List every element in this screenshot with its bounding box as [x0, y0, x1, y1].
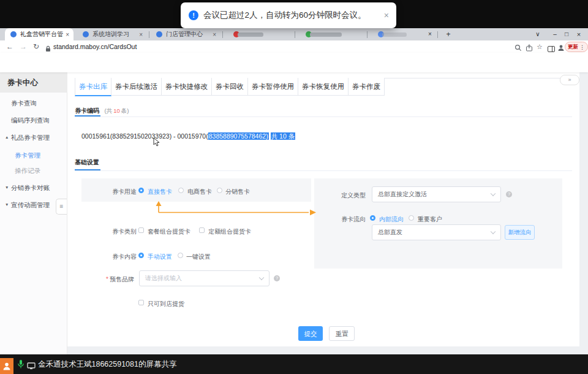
- radio-internal-flow[interactable]: [370, 215, 375, 221]
- tab-followup-activate[interactable]: 券卡后续激活: [111, 78, 162, 96]
- site-favicon: [83, 31, 89, 37]
- option-manual-set[interactable]: 手动设置: [148, 253, 172, 261]
- browser-tab-title: 礼盒营销平台管理中心: [20, 30, 63, 39]
- option-store-pickup-only[interactable]: 只可到店提货: [148, 300, 184, 308]
- define-type-select[interactable]: 总部直接定义激活: [372, 186, 501, 202]
- brand-select[interactable]: 请选择或输入: [139, 270, 270, 286]
- tab-close-icon[interactable]: ×: [139, 31, 143, 38]
- checkbox-combo-card[interactable]: [138, 227, 144, 233]
- option-onekey-set[interactable]: 一键设置: [186, 253, 211, 261]
- sidebar-item-card-query[interactable]: 券卡查询: [11, 99, 37, 108]
- sidebar-item-operation-log[interactable]: 操作记录: [15, 167, 40, 175]
- reload-icon[interactable]: ↻: [33, 40, 39, 53]
- meeting-notification: ! 会议已超过2人，自动转为60分钟限时会议。 ×: [181, 2, 396, 28]
- tab-restore[interactable]: 券卡恢复使用: [298, 78, 349, 96]
- brand-help-icon[interactable]: ?: [274, 275, 280, 281]
- brand-placeholder: 请选择或输入: [145, 274, 182, 283]
- option-fixed-card[interactable]: 定额组合提货卡: [208, 227, 251, 236]
- collapse-up-icon[interactable]: ▲: [5, 135, 9, 139]
- forward-icon[interactable]: →: [20, 40, 27, 53]
- tab-close-icon[interactable]: ×: [66, 31, 69, 38]
- window-maximize-icon[interactable]: □: [562, 28, 571, 40]
- tab-separator: [295, 31, 295, 38]
- window-minimize-icon[interactable]: –: [550, 28, 560, 40]
- expand-down-icon[interactable]: ▼: [5, 185, 9, 189]
- tab-quick-modify[interactable]: 券卡快捷修改: [162, 78, 212, 96]
- bookmark-star-icon[interactable]: ☆: [537, 40, 543, 53]
- flow-value: 总部直发: [378, 228, 402, 237]
- option-combo-card[interactable]: 套餐组合提货卡: [148, 227, 190, 236]
- new-tab-button[interactable]: +: [443, 28, 453, 40]
- tab-close-icon[interactable]: ×: [213, 31, 216, 38]
- brand-label: *预售品牌: [104, 275, 134, 284]
- tab-cards-out[interactable]: 券卡出库: [75, 78, 111, 96]
- tab-void[interactable]: 券卡作废: [349, 78, 385, 96]
- chevron-down-icon: [491, 191, 496, 196]
- sidebar-item-distribution-recon[interactable]: 分销券卡对账: [11, 184, 50, 193]
- screen-share-icon: [27, 361, 36, 372]
- radio-onekey-set[interactable]: [178, 253, 183, 258]
- tab-separator: [367, 31, 368, 38]
- browser-tab-active[interactable]: 礼盒营销平台管理中心 ×: [5, 28, 74, 40]
- reset-button[interactable]: 重置: [329, 326, 355, 341]
- option-direct-sale[interactable]: 直接售卡: [148, 188, 172, 196]
- section-divider: [75, 116, 572, 117]
- info-icon: !: [189, 10, 198, 20]
- participant-avatar-icon[interactable]: [0, 358, 13, 374]
- browser-tab-title: 门店管理中心: [166, 30, 210, 39]
- option-internal-flow[interactable]: 内部流向: [379, 215, 404, 224]
- code-count: 10: [113, 107, 120, 114]
- sidebar-item-sequence-query[interactable]: 编码序列查询: [11, 116, 50, 125]
- chevron-down-icon: [491, 229, 496, 234]
- expand-down-icon[interactable]: ▼: [5, 202, 9, 207]
- tab-recycle[interactable]: 券卡回收: [212, 78, 248, 96]
- chrome-menu-dots-icon[interactable]: ⋮: [579, 44, 585, 50]
- flow-select[interactable]: 总部直发: [372, 224, 501, 240]
- window-menu-icon[interactable]: ∨: [533, 28, 543, 40]
- sidebar-item-card-mgmt-active[interactable]: 券卡管理: [15, 151, 40, 160]
- radio-direct-sale[interactable]: [138, 188, 144, 193]
- required-asterisk: *: [106, 276, 108, 283]
- window-close-icon[interactable]: ×: [574, 28, 584, 40]
- back-icon[interactable]: ←: [6, 40, 13, 53]
- sidebar-item-gift-card-mgmt[interactable]: 礼品券卡管理: [11, 134, 50, 142]
- submit-button[interactable]: 提交: [298, 326, 323, 341]
- microphone-icon[interactable]: [17, 359, 24, 372]
- selected-text: 8385889075578462): [208, 132, 269, 140]
- tab-close-icon[interactable]: ×: [425, 28, 435, 40]
- browser-tab-2[interactable]: 系统培训学习 ×: [77, 28, 147, 40]
- usage-label: 券卡用途: [112, 188, 137, 196]
- url-text[interactable]: standard.maboy.cn/CardsOut: [53, 40, 137, 53]
- card-code-range: 00015961(8385291502033923) - 00015970(83…: [81, 132, 295, 141]
- tab-suspend[interactable]: 券卡暂停使用: [248, 78, 298, 96]
- add-flow-button[interactable]: 新增流向: [505, 225, 535, 240]
- site-favicon: [156, 31, 162, 37]
- option-key-customer[interactable]: 重要客户: [418, 215, 442, 224]
- sidebar-item-animation-mgmt[interactable]: 宣传动画管理: [11, 201, 50, 210]
- selected-text: 共 10 条: [271, 132, 296, 140]
- radio-distribution-sale[interactable]: [217, 188, 222, 193]
- radio-ecommerce-sale[interactable]: [178, 188, 184, 193]
- panel-collapse-button[interactable]: »: [560, 75, 579, 85]
- category-label: 券卡类别: [112, 227, 137, 236]
- option-distribution-sale[interactable]: 分销售卡: [225, 188, 250, 196]
- notification-close-icon[interactable]: ×: [384, 10, 389, 20]
- define-type-value: 总部直接定义激活: [378, 190, 427, 199]
- checkbox-store-pickup-only[interactable]: [138, 300, 144, 305]
- radio-key-customer[interactable]: [409, 215, 414, 221]
- chevron-down-icon: [259, 275, 264, 280]
- base-section-title: 基础设置: [75, 158, 99, 167]
- tab-separator: [222, 31, 223, 38]
- update-label: 更新: [568, 44, 578, 51]
- code-section-title: 券卡编码 (共10条): [75, 104, 129, 115]
- notification-text: 会议已超过2人，自动转为60分钟限时会议。: [203, 10, 366, 21]
- radio-manual-set[interactable]: [138, 253, 144, 258]
- sidebar-collapse-handle[interactable]: ≡: [56, 199, 67, 215]
- mouse-cursor: [153, 137, 160, 149]
- checkbox-fixed-card[interactable]: [199, 227, 205, 233]
- main-tabs: 券卡出库 券卡后续激活 券卡快捷修改 券卡回收 券卡暂停使用 券卡恢复使用 券卡…: [75, 78, 385, 96]
- define-type-help-icon[interactable]: ?: [506, 191, 512, 197]
- option-ecommerce-sale[interactable]: 电商售卡: [187, 188, 212, 196]
- browser-tab-3[interactable]: 门店管理中心 ×: [151, 28, 221, 40]
- chrome-update-button[interactable]: 更新 ⋮: [565, 42, 588, 52]
